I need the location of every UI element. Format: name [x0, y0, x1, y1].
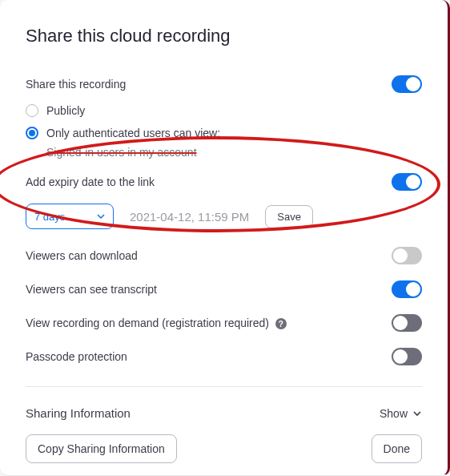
- sharing-info-toggle[interactable]: Show: [380, 407, 422, 420]
- viewers-transcript-row: Viewers can see transcript: [26, 272, 422, 306]
- access-public-option[interactable]: Publicly: [26, 99, 422, 122]
- share-recording-row: Share this recording: [26, 67, 422, 101]
- sharing-info-toggle-label: Show: [380, 407, 408, 420]
- copy-sharing-info-button[interactable]: Copy Sharing Information: [26, 434, 177, 463]
- dialog-title: Share this cloud recording: [26, 26, 422, 46]
- on-demand-row: View recording on demand (registration r…: [26, 306, 422, 340]
- expiry-date-preview: 2021-04-12, 11:59 PM: [130, 210, 249, 224]
- expiry-duration-value: 7 days: [34, 211, 65, 223]
- share-recording-dialog: Share this cloud recording Share this re…: [0, 0, 450, 476]
- passcode-row: Passcode protection: [26, 340, 422, 373]
- access-auth-label: Only authenticated users can view:: [46, 127, 220, 139]
- access-public-label: Publicly: [46, 104, 85, 117]
- dialog-footer: Copy Sharing Information Done: [26, 434, 422, 463]
- divider: [26, 386, 422, 387]
- viewers-transcript-label: Viewers can see transcript: [26, 283, 392, 296]
- expiry-save-button[interactable]: Save: [265, 205, 313, 228]
- help-icon[interactable]: ?: [275, 318, 287, 329]
- viewers-download-label: Viewers can download: [26, 249, 392, 262]
- share-recording-toggle[interactable]: [392, 75, 422, 93]
- expiry-toggle[interactable]: [392, 173, 422, 191]
- passcode-label: Passcode protection: [26, 350, 392, 363]
- viewers-download-toggle[interactable]: [392, 247, 422, 264]
- sharing-info-label: Sharing Information: [26, 406, 131, 420]
- access-radio-group: Publicly Only authenticated users can vi…: [26, 99, 422, 167]
- radio-selected-icon: [26, 127, 38, 139]
- done-button[interactable]: Done: [372, 434, 422, 463]
- radio-unselected-icon: [26, 104, 38, 117]
- viewers-download-row: Viewers can download: [26, 239, 422, 272]
- chevron-down-icon: [412, 409, 422, 418]
- expiry-row: Add expiry date to the link: [26, 170, 422, 199]
- viewers-transcript-toggle[interactable]: [392, 280, 422, 298]
- expiry-label: Add expiry date to the link: [26, 175, 392, 188]
- on-demand-label: View recording on demand (registration r…: [26, 317, 392, 330]
- expiry-controls: 7 days 2021-04-12, 11:59 PM Save: [26, 204, 422, 229]
- on-demand-toggle[interactable]: [392, 314, 422, 332]
- sharing-info-row: Sharing Information Show: [26, 400, 422, 434]
- share-recording-label: Share this recording: [26, 78, 392, 91]
- access-auth-option[interactable]: Only authenticated users can view:: [26, 122, 422, 144]
- access-auth-sublabel: Signed-in users in my account: [46, 144, 422, 167]
- chevron-down-icon: [97, 212, 105, 220]
- passcode-toggle[interactable]: [392, 348, 422, 365]
- expiry-duration-select[interactable]: 7 days: [26, 204, 114, 229]
